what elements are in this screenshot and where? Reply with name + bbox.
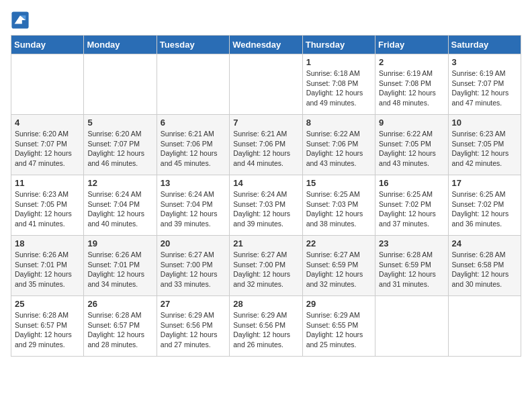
- day-number: 6: [161, 118, 226, 128]
- calendar-cell: [11, 54, 84, 115]
- logo-icon: [11, 11, 30, 30]
- cell-text: Daylight: 12 hours and 43 minutes.: [379, 148, 444, 168]
- calendar-week-row: 25Sunrise: 6:28 AMSunset: 6:57 PMDayligh…: [11, 296, 521, 357]
- cell-text: Sunset: 7:04 PM: [87, 199, 152, 210]
- cell-text: Sunset: 6:57 PM: [15, 320, 80, 330]
- day-number: 9: [379, 118, 444, 128]
- calendar-cell: 8Sunrise: 6:22 AMSunset: 7:06 PMDaylight…: [302, 115, 375, 175]
- calendar-cell: 5Sunrise: 6:20 AMSunset: 7:07 PMDaylight…: [84, 115, 157, 175]
- calendar-cell: 28Sunrise: 6:29 AMSunset: 6:56 PMDayligh…: [230, 296, 302, 357]
- cell-text: Sunrise: 6:22 AM: [379, 129, 444, 139]
- day-number: 2: [379, 57, 444, 67]
- calendar-week-row: 1Sunrise: 6:18 AMSunset: 7:08 PMDaylight…: [11, 54, 521, 115]
- weekday-header: Wednesday: [230, 36, 302, 54]
- day-number: 12: [87, 178, 152, 188]
- cell-text: Sunrise: 6:29 AM: [306, 310, 371, 320]
- cell-text: Sunrise: 6:27 AM: [161, 250, 226, 260]
- cell-text: Sunrise: 6:25 AM: [306, 189, 371, 199]
- cell-text: Daylight: 12 hours and 32 minutes.: [306, 269, 371, 289]
- cell-text: Daylight: 12 hours and 32 minutes.: [233, 269, 298, 289]
- calendar-cell: 2Sunrise: 6:19 AMSunset: 7:08 PMDaylight…: [375, 54, 448, 115]
- cell-text: Sunrise: 6:28 AM: [15, 310, 80, 320]
- cell-text: Daylight: 12 hours and 39 minutes.: [233, 209, 298, 228]
- cell-text: Daylight: 12 hours and 46 minutes.: [87, 148, 152, 168]
- cell-text: Sunset: 6:56 PM: [161, 320, 226, 330]
- day-number: 26: [87, 299, 152, 309]
- weekday-header: Sunday: [11, 36, 84, 54]
- cell-text: Daylight: 12 hours and 28 minutes.: [87, 330, 152, 349]
- cell-text: Sunrise: 6:29 AM: [233, 310, 298, 320]
- weekday-header: Monday: [84, 36, 157, 54]
- calendar-cell: 4Sunrise: 6:20 AMSunset: 7:07 PMDaylight…: [11, 115, 84, 175]
- cell-text: Sunset: 6:57 PM: [87, 320, 152, 330]
- calendar-cell: 19Sunrise: 6:26 AMSunset: 7:01 PMDayligh…: [84, 236, 157, 296]
- cell-text: Daylight: 12 hours and 42 minutes.: [452, 148, 517, 168]
- weekday-header: Tuesday: [157, 36, 229, 54]
- day-number: 28: [233, 299, 298, 309]
- cell-text: Sunset: 7:07 PM: [15, 139, 80, 149]
- cell-text: Sunset: 7:05 PM: [452, 139, 517, 149]
- calendar-cell: 17Sunrise: 6:25 AMSunset: 7:02 PMDayligh…: [448, 175, 521, 236]
- cell-text: Sunset: 6:59 PM: [306, 260, 371, 270]
- cell-text: Daylight: 12 hours and 48 minutes.: [379, 88, 444, 107]
- calendar-week-row: 4Sunrise: 6:20 AMSunset: 7:07 PMDaylight…: [11, 115, 521, 175]
- cell-text: Daylight: 12 hours and 27 minutes.: [161, 330, 226, 349]
- calendar-cell: [230, 54, 302, 115]
- cell-text: Sunrise: 6:20 AM: [15, 129, 80, 139]
- cell-text: Sunset: 7:00 PM: [161, 260, 226, 270]
- calendar-cell: 25Sunrise: 6:28 AMSunset: 6:57 PMDayligh…: [11, 296, 84, 357]
- cell-text: Sunset: 7:08 PM: [306, 79, 371, 89]
- calendar-cell: 20Sunrise: 6:27 AMSunset: 7:00 PMDayligh…: [157, 236, 229, 296]
- day-number: 3: [452, 57, 517, 67]
- cell-text: Daylight: 12 hours and 49 minutes.: [306, 88, 371, 107]
- day-number: 10: [452, 118, 517, 128]
- calendar-cell: 29Sunrise: 6:29 AMSunset: 6:55 PMDayligh…: [302, 296, 375, 357]
- day-number: 20: [161, 238, 226, 248]
- cell-text: Sunset: 7:02 PM: [379, 199, 444, 210]
- cell-text: Sunrise: 6:27 AM: [233, 250, 298, 260]
- cell-text: Sunset: 6:59 PM: [379, 260, 444, 270]
- cell-text: Sunset: 7:01 PM: [15, 260, 80, 270]
- header: [11, 11, 521, 30]
- cell-text: Sunrise: 6:20 AM: [87, 129, 152, 139]
- cell-text: Sunrise: 6:28 AM: [452, 250, 517, 260]
- calendar-table: SundayMondayTuesdayWednesdayThursdayFrid…: [11, 35, 521, 357]
- calendar-cell: [157, 54, 229, 115]
- cell-text: Daylight: 12 hours and 25 minutes.: [306, 330, 371, 349]
- cell-text: Daylight: 12 hours and 40 minutes.: [87, 209, 152, 228]
- day-number: 13: [161, 178, 226, 188]
- day-number: 4: [15, 118, 80, 128]
- calendar-cell: 7Sunrise: 6:21 AMSunset: 7:06 PMDaylight…: [230, 115, 302, 175]
- calendar-cell: 26Sunrise: 6:28 AMSunset: 6:57 PMDayligh…: [84, 296, 157, 357]
- cell-text: Sunrise: 6:28 AM: [379, 250, 444, 260]
- day-number: 15: [306, 178, 371, 188]
- cell-text: Daylight: 12 hours and 47 minutes.: [15, 148, 80, 168]
- cell-text: Sunrise: 6:24 AM: [161, 189, 226, 199]
- cell-text: Daylight: 12 hours and 38 minutes.: [306, 209, 371, 228]
- cell-text: Sunrise: 6:25 AM: [452, 189, 517, 199]
- cell-text: Sunset: 7:05 PM: [379, 139, 444, 149]
- cell-text: Daylight: 12 hours and 39 minutes.: [161, 209, 226, 228]
- cell-text: Sunrise: 6:18 AM: [306, 68, 371, 79]
- calendar-cell: 24Sunrise: 6:28 AMSunset: 6:58 PMDayligh…: [448, 236, 521, 296]
- cell-text: Sunrise: 6:23 AM: [15, 189, 80, 199]
- cell-text: Daylight: 12 hours and 30 minutes.: [452, 269, 517, 289]
- cell-text: Daylight: 12 hours and 33 minutes.: [161, 269, 226, 289]
- cell-text: Sunrise: 6:26 AM: [87, 250, 152, 260]
- calendar-cell: 18Sunrise: 6:26 AMSunset: 7:01 PMDayligh…: [11, 236, 84, 296]
- calendar-cell: 14Sunrise: 6:24 AMSunset: 7:03 PMDayligh…: [230, 175, 302, 236]
- cell-text: Sunrise: 6:27 AM: [306, 250, 371, 260]
- calendar-cell: [375, 296, 448, 357]
- cell-text: Sunrise: 6:19 AM: [452, 68, 517, 79]
- day-number: 17: [452, 178, 517, 188]
- calendar-cell: 6Sunrise: 6:21 AMSunset: 7:06 PMDaylight…: [157, 115, 229, 175]
- calendar-cell: 23Sunrise: 6:28 AMSunset: 6:59 PMDayligh…: [375, 236, 448, 296]
- cell-text: Sunrise: 6:23 AM: [452, 129, 517, 139]
- day-number: 1: [306, 57, 371, 67]
- cell-text: Daylight: 12 hours and 44 minutes.: [233, 148, 298, 168]
- day-number: 21: [233, 238, 298, 248]
- cell-text: Daylight: 12 hours and 43 minutes.: [306, 148, 371, 168]
- day-number: 27: [161, 299, 226, 309]
- cell-text: Sunrise: 6:25 AM: [379, 189, 444, 199]
- cell-text: Sunrise: 6:19 AM: [379, 68, 444, 79]
